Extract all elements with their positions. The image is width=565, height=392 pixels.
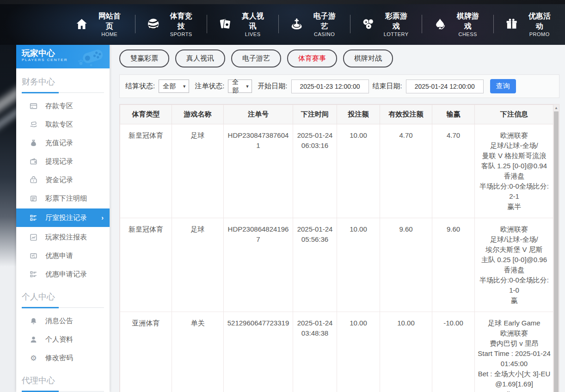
nav-label-zh: 网站首页 xyxy=(95,11,124,31)
sidebar-item-recharge-record[interactable]: 充值记录 xyxy=(16,134,110,152)
cell-valid-amount: 4.70 xyxy=(380,124,432,218)
nav-label-en: HOME xyxy=(95,31,124,37)
start-date-input[interactable] xyxy=(291,80,369,93)
sidebar-item-deposit[interactable]: 存款专区 xyxy=(16,97,110,115)
sidebar-item-withdraw[interactable]: 取款专区 xyxy=(16,115,110,134)
nav-label-zh: 真人视讯 xyxy=(238,11,267,31)
checklist-icon xyxy=(30,214,37,222)
nav-lives[interactable]: 真人视讯LIVES xyxy=(207,11,278,37)
cell-bet-info: 欧洲联赛 足球/让球-全场/ 曼联 V 格拉斯哥流浪 客队 1.25 [0-0]… xyxy=(475,124,554,218)
sidebar-item-lottery-bet-detail[interactable]: 彩票下注明细 xyxy=(16,189,110,208)
sidebar-item-profile[interactable]: 个人资料 xyxy=(16,330,110,349)
settle-status-value: 全部 xyxy=(163,82,176,91)
coupon-icon xyxy=(30,252,37,260)
sidebar-item-label: 资金记录 xyxy=(45,176,73,184)
sidebar-item-label: 充值记录 xyxy=(45,139,73,147)
page: 网站首页HOME 体育竞技SPORTS 真人视讯LIVES 电子游艺CASINO… xyxy=(0,0,565,392)
settle-status-label: 结算状态: xyxy=(125,82,155,91)
cell-bet-info: 欧洲联赛 足球/让球-全场/ 埃尔夫斯堡 V 尼斯 主队 0.25 [0-0]@… xyxy=(475,218,554,312)
scrollbar-up-arrow-icon[interactable]: ▲ xyxy=(553,104,559,111)
wallet-icon xyxy=(30,158,37,165)
cell-win-loss: 4.70 xyxy=(432,124,475,218)
nav-label-en: PROMO xyxy=(525,31,554,37)
nav-label-zh: 优惠活动 xyxy=(525,11,554,31)
end-date-label: 结束日期: xyxy=(373,82,402,91)
nav-sports[interactable]: 体育竞技SPORTS xyxy=(135,11,207,37)
document-list-icon xyxy=(30,195,37,202)
nav-chess[interactable]: 棋牌游戏CHESS xyxy=(422,11,493,37)
cell-bet-number: 5212960647723319 xyxy=(224,312,293,392)
sidebar-item-withdraw-record[interactable]: 提现记录 xyxy=(16,152,110,171)
sidebar-item-label: 优惠申请 xyxy=(45,251,73,260)
nav-label-en: LOTTERY xyxy=(381,31,411,37)
cell-valid-amount: 10.00 xyxy=(380,312,432,392)
sidebar-item-change-password[interactable]: ⚙ 修改密码 xyxy=(16,349,110,367)
spade-icon xyxy=(433,17,447,31)
bell-icon xyxy=(30,317,37,325)
personal-menu: 消息公告 个人资料 ⚙ 修改密码 xyxy=(16,312,110,367)
nav-label-en: CASINO xyxy=(310,31,339,37)
table-header-row: 体育类型 游戏名称 注单号 下注时间 投注额 有效投注额 输赢 下注信息 xyxy=(120,105,554,124)
cell-amount: 10.00 xyxy=(337,312,380,392)
cell-game: 足球 xyxy=(172,124,224,218)
tab-casino[interactable]: 电子游艺 xyxy=(231,49,281,67)
money-bag-icon xyxy=(30,139,37,147)
start-date-label: 开始日期: xyxy=(258,82,287,91)
tab-sports-active[interactable]: 体育赛事 xyxy=(287,49,337,67)
sidebar-item-hall-bet-record[interactable]: 厅室投注记录 › xyxy=(16,208,110,227)
cell-amount: 10.00 xyxy=(337,218,380,312)
nav-label-en: CHESS xyxy=(453,31,482,37)
gift-icon xyxy=(505,17,518,31)
cell-bet-number: HDP2308473876041 xyxy=(224,124,293,218)
cell-bet-info: 足球 Early Game 欧洲联赛 费内巴切 v 里昂 Start Time … xyxy=(475,312,554,392)
category-tabs: 雙赢彩票 真人视讯 电子游艺 体育赛事 棋牌对战 xyxy=(119,49,559,67)
section-agent-center: 代理中心 xyxy=(22,375,104,392)
cell-bet-number: HDP2308648241967 xyxy=(224,218,293,312)
sidebar-item-notices[interactable]: 消息公告 xyxy=(16,312,110,330)
sidebar-item-promo-apply[interactable]: 优惠申请 xyxy=(16,246,110,265)
deposit-card-icon xyxy=(30,102,37,110)
sidebar: 玩家中心 PLAYERS CENTER 财务中心 存款专区 取款专区 充值记录 … xyxy=(16,45,110,392)
end-date-input[interactable] xyxy=(406,80,484,93)
lottery-balls-icon xyxy=(362,17,375,31)
nav-label-zh: 彩票游戏 xyxy=(381,11,411,31)
settle-status-select[interactable]: 全部▼ xyxy=(159,80,189,93)
sidebar-item-label: 彩票下注明细 xyxy=(45,194,87,203)
finance-menu: 存款专区 取款专区 充值记录 提现记录 资金记录 彩票下注明细 厅室投注记录 › xyxy=(16,97,110,283)
sidebar-item-promo-apply-record[interactable]: 优惠申请记录 xyxy=(16,265,110,283)
section-finance-center: 财务中心 xyxy=(22,76,104,93)
nav-label-zh: 棋牌游戏 xyxy=(453,11,482,31)
table-scrollbar[interactable]: ▲ xyxy=(553,104,559,392)
cell-time: 2025-01-24 05:56:36 xyxy=(293,218,337,312)
sidebar-item-label: 存款专区 xyxy=(45,102,73,110)
cell-valid-amount: 9.60 xyxy=(380,218,432,312)
section-personal-center: 个人中心 xyxy=(22,291,104,308)
tab-live[interactable]: 真人视讯 xyxy=(175,49,225,67)
col-bet-amount: 投注额 xyxy=(337,105,380,124)
nav-lottery[interactable]: 彩票游戏LOTTERY xyxy=(350,11,422,37)
sidebar-item-funds-record[interactable]: 资金记录 xyxy=(16,171,110,189)
order-status-label: 注单状态: xyxy=(195,82,224,91)
cell-time: 2025-01-24 03:48:38 xyxy=(293,312,337,392)
cell-time: 2025-01-24 06:03:16 xyxy=(293,124,337,218)
sidebar-item-label: 玩家投注报表 xyxy=(45,233,87,242)
sidebar-item-player-bet-report[interactable]: 玩家投注报表 xyxy=(16,228,110,246)
cell-game: 足球 xyxy=(172,218,224,312)
chevron-right-icon: › xyxy=(101,214,104,221)
tab-chess[interactable]: 棋牌对战 xyxy=(343,49,393,67)
sidebar-item-label: 优惠申请记录 xyxy=(45,270,87,279)
gamepad-icon xyxy=(74,47,108,67)
nav-home[interactable]: 网站首页HOME xyxy=(64,11,135,37)
scrollbar-thumb[interactable] xyxy=(554,111,559,392)
tab-lottery[interactable]: 雙赢彩票 xyxy=(119,49,169,67)
nav-casino[interactable]: 电子游艺CASINO xyxy=(279,11,350,37)
sidebar-item-label: 消息公告 xyxy=(45,317,73,325)
order-status-select[interactable]: 全部▼ xyxy=(228,80,252,93)
checklist-icon xyxy=(30,270,37,278)
search-button[interactable]: 查询 xyxy=(490,79,516,93)
main-content: 雙赢彩票 真人视讯 电子游艺 体育赛事 棋牌对战 结算状态: 全部▼ 注单状态:… xyxy=(110,45,565,392)
bet-records-table: 体育类型 游戏名称 注单号 下注时间 投注额 有效投注额 输赢 下注信息 新皇冠… xyxy=(120,104,554,392)
nav-promo[interactable]: 优惠活动PROMO xyxy=(494,11,565,37)
chevron-down-icon: ▼ xyxy=(182,84,186,89)
chevron-down-icon: ▼ xyxy=(245,84,249,89)
